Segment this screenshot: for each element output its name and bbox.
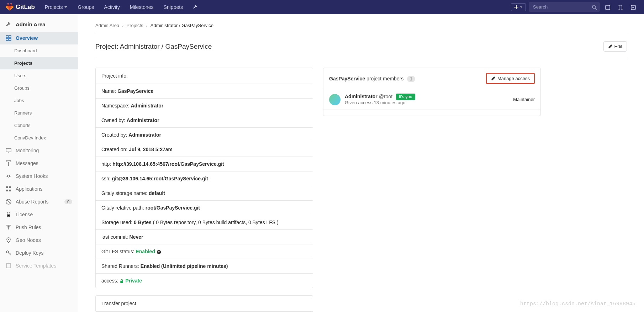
brand-name: GitLab [16, 4, 35, 11]
svg-rect-9 [9, 38, 11, 41]
info-last-commit: last commit: Never [96, 230, 313, 244]
nav-activity[interactable]: Activity [100, 1, 124, 13]
sidebar-messages[interactable]: Messages [0, 157, 78, 170]
topnav: Projects Groups Activity Milestones Snip… [41, 1, 202, 13]
sidebar-projects[interactable]: Projects [0, 57, 78, 69]
member-name[interactable]: Administrator [345, 94, 378, 99]
key-icon [6, 250, 11, 256]
logo[interactable]: GitLab [6, 3, 35, 11]
sidebar-dashboard[interactable]: Dashboard [0, 44, 78, 57]
svg-rect-10 [6, 148, 11, 152]
search-wrap [529, 2, 600, 12]
sidebar-monitoring[interactable]: Monitoring [0, 144, 78, 157]
info-gitaly-storage: Gitaly storage name: default [96, 186, 313, 201]
nav-groups[interactable]: Groups [73, 1, 98, 13]
breadcrumb-admin[interactable]: Admin Area [95, 23, 119, 28]
sidebar-cohorts[interactable]: Cohorts [0, 119, 78, 132]
lock-icon [120, 278, 124, 284]
svg-rect-1 [606, 5, 610, 10]
transfer-panel: Transfer project [95, 295, 313, 312]
member-role: Maintainer [513, 97, 535, 102]
gitlab-logo-icon [6, 3, 14, 11]
sidebar-service-templates[interactable]: Service Templates [0, 259, 78, 272]
sidebar-overview[interactable]: Overview [0, 32, 78, 44]
svg-text:?: ? [158, 250, 160, 254]
page-title: Project: Administrator / GasPayService [95, 43, 212, 51]
project-info-panel: Project info: Name: GasPayService Namesp… [95, 68, 313, 288]
member-access-time: Given access 13 minutes ago [345, 100, 509, 105]
sidebar-license[interactable]: License [0, 208, 78, 221]
sidebar-geo[interactable]: Geo Nodes [0, 234, 78, 247]
transfer-header: Transfer project [96, 296, 313, 312]
pencil-icon [491, 76, 495, 81]
sidebar-header: Admin Area [0, 17, 78, 32]
todos-icon[interactable] [628, 2, 638, 12]
info-name: Name: GasPayService [96, 84, 313, 99]
info-lfs: Git LFS status: Enabled ? [96, 244, 313, 259]
svg-rect-12 [9, 186, 11, 188]
edit-button[interactable]: Edit [603, 41, 627, 52]
svg-rect-13 [6, 190, 8, 191]
info-storage: Storage used: 0 Bytes ( 0 Bytes reposito… [96, 215, 313, 230]
info-created-on: Created on: Jul 9, 2018 5:27am [96, 142, 313, 157]
nav-milestones[interactable]: Milestones [126, 1, 158, 13]
sidebar-users[interactable]: Users [0, 69, 78, 82]
info-namespace: Namespace: Administrator [96, 99, 313, 113]
sidebar-system-hooks[interactable]: System Hooks [0, 170, 78, 183]
wrench-icon [193, 5, 198, 10]
member-username: @root [379, 94, 392, 99]
info-shared-runners: Shared Runners: Enabled (Unlimited pipel… [96, 259, 313, 274]
page-header: Project: Administrator / GasPayService E… [95, 34, 627, 59]
monitor-icon [6, 148, 11, 153]
broadcast-icon [6, 160, 11, 166]
sidebar-applications[interactable]: Applications [0, 183, 78, 195]
breadcrumb: Admin Area › Projects › Administrator / … [95, 20, 627, 34]
topbar-right [511, 2, 638, 12]
svg-rect-19 [6, 264, 11, 268]
manage-access-button[interactable]: Manage access [486, 73, 535, 84]
sidebar-deploy-keys[interactable]: Deploy Keys [0, 247, 78, 259]
info-gitaly-path: Gitaly relative path: root/GasPayService… [96, 201, 313, 215]
member-row: Administrator @root It's you Given acces… [323, 89, 540, 110]
its-you-badge: It's you [396, 94, 415, 100]
sidebar-groups[interactable]: Groups [0, 82, 78, 94]
svg-point-4 [622, 9, 623, 10]
breadcrumb-current: Administrator / GasPayService [151, 23, 213, 28]
template-icon [6, 263, 11, 269]
info-ssh: ssh: git@39.106.14.65:root/GasPayService… [96, 171, 313, 186]
info-created-by: Created by: Administrator [96, 128, 313, 142]
svg-rect-6 [6, 36, 8, 38]
overview-icon [6, 35, 11, 41]
sidebar-jobs[interactable]: Jobs [0, 94, 78, 107]
svg-rect-22 [121, 281, 123, 283]
nav-snippets[interactable]: Snippets [159, 1, 187, 13]
issues-icon[interactable] [603, 2, 613, 12]
nav-projects[interactable]: Projects [41, 1, 72, 13]
push-icon [6, 224, 11, 230]
svg-point-16 [7, 212, 10, 215]
svg-rect-14 [9, 190, 11, 191]
members-header: GasPayService project members 1 Manage a… [323, 68, 540, 89]
search-input[interactable] [529, 2, 600, 12]
chevron-down-icon [520, 6, 523, 9]
sidebar-title: Admin Area [16, 21, 46, 27]
sidebar-convdev[interactable]: ConvDev Index [0, 132, 78, 144]
plus-icon [514, 5, 518, 9]
topbar: GitLab Projects Groups Activity Mileston… [0, 0, 644, 14]
merge-requests-icon[interactable] [616, 2, 625, 12]
breadcrumb-sep: › [122, 23, 123, 28]
sidebar-abuse[interactable]: Abuse Reports0 [0, 195, 78, 208]
new-button[interactable] [511, 3, 526, 11]
info-http: http: http://39.106.14.65:4567/root/GasP… [96, 157, 313, 171]
question-icon[interactable]: ? [157, 250, 161, 254]
sidebar-push-rules[interactable]: Push Rules [0, 221, 78, 234]
breadcrumb-projects[interactable]: Projects [127, 23, 143, 28]
nav-admin-wrench[interactable] [189, 1, 202, 13]
search-icon [592, 4, 597, 10]
svg-point-17 [8, 239, 9, 240]
svg-rect-11 [6, 186, 8, 188]
sidebar-runners[interactable]: Runners [0, 107, 78, 119]
wrench-icon [6, 22, 11, 27]
sidebar: Admin Area Overview Dashboard Projects U… [0, 14, 78, 312]
svg-rect-7 [9, 36, 11, 38]
